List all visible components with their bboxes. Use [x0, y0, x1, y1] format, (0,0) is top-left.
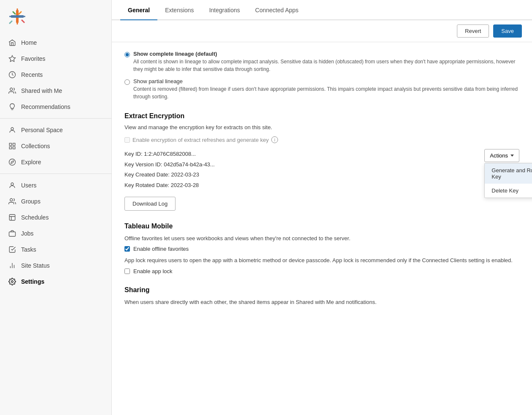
sidebar-item-home[interactable]: Home — [0, 35, 111, 51]
svg-rect-15 — [13, 143, 15, 145]
table-icon — [8, 214, 16, 221]
settings-content: Show complete lineage (default) All cont… — [112, 42, 532, 415]
svg-point-18 — [9, 159, 16, 165]
star-icon — [8, 55, 16, 62]
enable-offline-checkbox[interactable] — [124, 246, 130, 252]
users-icon — [8, 87, 16, 95]
sidebar-item-shared-with-me[interactable]: Shared with Me — [0, 83, 111, 99]
sidebar-item-personal-space[interactable]: Personal Space — [0, 122, 111, 138]
enable-offline-row: Enable offline favorites — [124, 246, 519, 252]
enable-app-lock-label: Enable app lock — [133, 268, 173, 274]
lineage-radio-group: Show complete lineage (default) All cont… — [124, 51, 519, 100]
sidebar-item-users[interactable]: Users — [0, 177, 111, 193]
svg-rect-8 — [9, 20, 13, 24]
extract-encryption-desc: View and manage the encryption key for e… — [124, 124, 519, 130]
radio-complete-lineage-desc: All content is shown in lineage to allow… — [133, 58, 519, 73]
sharing-title: Sharing — [124, 286, 519, 294]
sidebar-item-tasks[interactable]: Tasks — [0, 241, 111, 258]
offline-desc: Offline favorites let users see workbook… — [124, 234, 519, 243]
sidebar-label-explore: Explore — [21, 159, 41, 165]
tab-general[interactable]: General — [120, 0, 157, 20]
sidebar: Home Favorites Recents Shared with Me Re… — [0, 0, 112, 415]
tabs-bar: General Extensions Integrations Connecte… — [112, 0, 532, 20]
sidebar-item-settings[interactable]: Settings — [0, 274, 111, 290]
sidebar-label-jobs: Jobs — [21, 230, 34, 237]
key-rotated-date: Key Rotated Date: 2022-03-28 — [124, 180, 215, 191]
grid-icon — [8, 142, 16, 150]
encryption-enable-row: Enable encryption of extract refreshes a… — [124, 136, 519, 143]
radio-complete-lineage: Show complete lineage (default) All cont… — [124, 51, 519, 73]
tableau-mobile-section: Tableau Mobile Offline favorites let use… — [124, 222, 519, 274]
briefcase-icon — [8, 230, 16, 237]
tab-connected-apps[interactable]: Connected Apps — [248, 0, 306, 20]
save-button[interactable]: Save — [493, 24, 522, 38]
sidebar-item-schedules[interactable]: Schedules — [0, 209, 111, 225]
actions-wrapper: Actions Generate and Rotate Key Delete K… — [484, 149, 519, 162]
radio-partial-lineage-desc: Content is removed (filtered) from linea… — [133, 85, 519, 100]
revert-button[interactable]: Revert — [457, 24, 489, 38]
svg-point-12 — [10, 88, 13, 90]
sharing-desc: When users share directly with each othe… — [124, 298, 519, 307]
svg-rect-3 — [17, 21, 18, 24]
nav-divider-2 — [0, 174, 111, 174]
actions-button[interactable]: Actions — [484, 149, 519, 162]
sidebar-label-home: Home — [21, 39, 37, 46]
key-created-date: Key Created Date: 2022-03-23 — [124, 170, 215, 180]
sidebar-label-groups: Groups — [21, 198, 41, 205]
enable-app-lock-checkbox[interactable] — [124, 269, 130, 274]
enable-encryption-checkbox[interactable] — [124, 137, 130, 143]
key-details: Key ID: 1:2:A076C8582008... Key Version … — [124, 149, 215, 191]
svg-rect-22 — [9, 214, 15, 220]
sidebar-item-explore[interactable]: Explore — [0, 154, 111, 170]
lightbulb-icon — [8, 103, 16, 111]
dropdown-arrow-icon — [510, 155, 514, 157]
sidebar-item-favorites[interactable]: Favorites — [0, 51, 111, 67]
sidebar-label-collections: Collections — [21, 143, 50, 149]
actions-dropdown-menu: Generate and Rotate Key Delete Key — [484, 163, 532, 198]
radio-partial-lineage-input[interactable] — [124, 79, 130, 85]
radio-complete-lineage-label: Show complete lineage (default) — [133, 51, 519, 57]
svg-rect-23 — [9, 232, 16, 236]
actions-label: Actions — [490, 152, 508, 159]
sidebar-item-jobs[interactable]: Jobs — [0, 225, 111, 241]
tab-extensions[interactable]: Extensions — [157, 0, 201, 20]
radio-partial-lineage: Show partial lineage Content is removed … — [124, 78, 519, 100]
sidebar-label-personal-space: Personal Space — [21, 127, 63, 133]
app-lock-desc: App lock requires users to open the app … — [124, 256, 519, 265]
sidebar-navigation: Home Favorites Recents Shared with Me Re… — [0, 31, 111, 290]
tableau-logo — [8, 8, 26, 25]
sidebar-item-collections[interactable]: Collections — [0, 138, 111, 154]
download-log-button[interactable]: Download Log — [124, 197, 176, 211]
svg-rect-2 — [17, 8, 18, 12]
logo-area — [0, 0, 111, 31]
sidebar-item-groups[interactable]: Groups — [0, 193, 111, 209]
sidebar-label-shared-with-me: Shared with Me — [21, 87, 62, 94]
radio-complete-lineage-input[interactable] — [124, 52, 130, 57]
key-id: Key ID: 1:2:A076C8582008... — [124, 149, 215, 160]
svg-rect-7 — [18, 11, 22, 15]
enable-offline-label: Enable offline favorites — [133, 246, 189, 252]
svg-marker-10 — [9, 56, 16, 62]
sidebar-item-recents[interactable]: Recents — [0, 67, 111, 83]
svg-rect-17 — [13, 147, 15, 149]
sidebar-item-recommendations[interactable]: Recommendations — [0, 99, 111, 115]
toolbar: Revert Save — [112, 20, 532, 42]
dropdown-delete-key[interactable]: Delete Key — [485, 184, 532, 198]
svg-rect-6 — [12, 11, 16, 15]
svg-point-28 — [11, 281, 14, 283]
svg-marker-19 — [11, 161, 14, 163]
sidebar-label-favorites: Favorites — [21, 55, 46, 62]
extract-encryption-section: Extract Encryption View and manage the e… — [124, 112, 519, 211]
sidebar-label-settings: Settings — [21, 278, 44, 285]
clock-icon — [8, 71, 16, 79]
tableau-mobile-title: Tableau Mobile — [124, 222, 519, 230]
main-content: General Extensions Integrations Connecte… — [112, 0, 532, 415]
tab-integrations[interactable]: Integrations — [202, 0, 248, 20]
dropdown-generate-rotate[interactable]: Generate and Rotate Key — [485, 163, 532, 184]
sidebar-label-tasks: Tasks — [21, 246, 36, 253]
sidebar-label-users: Users — [21, 182, 37, 189]
sidebar-item-site-status[interactable]: Site Status — [0, 258, 111, 274]
checklist-icon — [8, 246, 16, 253]
enable-app-lock-row: Enable app lock — [124, 268, 519, 274]
compass-icon — [8, 158, 16, 166]
